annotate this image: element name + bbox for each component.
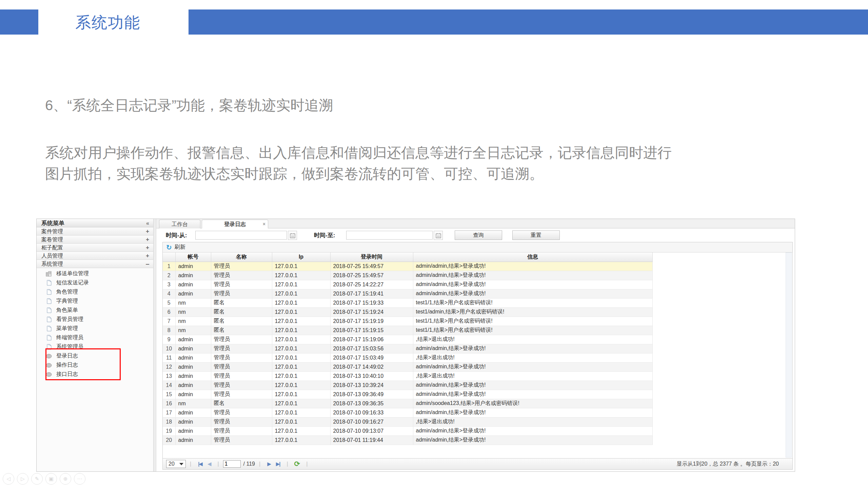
- sidebar-item-2[interactable]: 短信发送记录: [37, 278, 153, 287]
- sidebar-item-10[interactable]: 登录日志: [37, 351, 153, 361]
- table-row[interactable]: 3admin管理员127.0.0.12018-07-25 14:22:27adm…: [163, 280, 652, 289]
- pen-icon[interactable]: ✎: [31, 473, 43, 485]
- tab-login-log[interactable]: 登录日志 ×: [202, 220, 268, 229]
- pager-separator: |: [259, 461, 260, 467]
- col-name[interactable]: 名称: [211, 252, 272, 262]
- tab-workbench[interactable]: 工作台: [159, 220, 200, 228]
- page-size-dropdown[interactable]: 20: [166, 460, 186, 468]
- cell-ip: 127.0.0.1: [272, 371, 330, 381]
- cell-ip: 127.0.0.1: [272, 435, 330, 445]
- query-button[interactable]: 查询: [455, 230, 502, 240]
- reload-grid-icon[interactable]: ⟳: [294, 460, 300, 468]
- cell-info: ,结果>退出成功!: [413, 371, 652, 381]
- sidebar-item-5[interactable]: 角色菜单: [37, 306, 153, 315]
- sidebar-item-label: 移送单位管理: [56, 270, 89, 277]
- table-row[interactable]: 15admin管理员127.0.0.12018-07-13 09:36:49ad…: [163, 390, 652, 399]
- table-row[interactable]: 6nm匿名127.0.0.12018-07-17 15:19:24test1/a…: [163, 307, 652, 317]
- close-tab-icon[interactable]: ×: [263, 220, 265, 228]
- previous-icon[interactable]: ◁: [3, 473, 14, 485]
- collapse-sidebar-icon[interactable]: «: [146, 219, 149, 227]
- page-size-value: 20: [169, 461, 175, 467]
- sidebar-item-12[interactable]: 接口日志: [37, 370, 153, 379]
- time-from-input[interactable]: [195, 231, 287, 240]
- first-page-button[interactable]: |◀: [198, 461, 202, 467]
- table-row[interactable]: 9admin管理员127.0.0.12018-07-17 15:19:06,结果…: [163, 335, 652, 344]
- cell-name: 管理员: [211, 280, 272, 289]
- table-row[interactable]: 18admin管理员127.0.0.12018-07-10 09:16:27,结…: [163, 417, 652, 426]
- cell-time: 2018-07-17 14:49:02: [330, 362, 413, 371]
- sidebar-item-11[interactable]: 操作日志: [37, 361, 153, 370]
- more-icon[interactable]: ⋯: [74, 473, 85, 485]
- time-to-input[interactable]: [346, 231, 433, 240]
- refresh-button[interactable]: 刷新: [175, 244, 185, 251]
- sidebar-title: 系统菜单: [41, 219, 64, 227]
- cell-info: ,结果>退出成功!: [413, 417, 652, 426]
- table-row[interactable]: 14admin管理员127.0.0.12018-07-13 10:39:24ad…: [163, 381, 652, 390]
- vertical-scrollbar[interactable]: [786, 252, 792, 458]
- expand-collapse-icon[interactable]: —: [146, 260, 149, 268]
- last-page-button[interactable]: ▶|: [276, 461, 280, 467]
- table-row[interactable]: 17admin管理员127.0.0.12018-07-10 09:16:33ad…: [163, 408, 652, 417]
- expand-collapse-icon[interactable]: +: [146, 227, 149, 236]
- expand-collapse-icon[interactable]: +: [146, 236, 149, 244]
- cell-ip: 127.0.0.1: [272, 417, 330, 426]
- sidebar-item-3[interactable]: 角色管理: [37, 287, 153, 297]
- reset-button[interactable]: 重置: [512, 230, 560, 240]
- sidebar-item-7[interactable]: 菜单管理: [37, 324, 153, 333]
- sidebar-item-4[interactable]: 字典管理: [37, 297, 153, 306]
- cell-num: 17: [163, 408, 175, 417]
- page-number-input[interactable]: [223, 460, 241, 468]
- prev-page-button[interactable]: ◀: [208, 461, 211, 467]
- col-account[interactable]: 帐号: [175, 252, 211, 262]
- col-ip[interactable]: Ip: [272, 252, 330, 262]
- sidebar-item-6[interactable]: 看管员管理: [37, 315, 153, 324]
- table-row[interactable]: 8nm匿名127.0.0.12018-07-17 15:19:15test1/1…: [163, 326, 652, 335]
- table-row[interactable]: 13admin管理员127.0.0.12018-07-13 10:40:10,结…: [163, 371, 652, 381]
- table-row[interactable]: 5nm匿名127.0.0.12018-07-17 15:19:33test1/1…: [163, 298, 652, 307]
- cell-info: admin/admin,结果>登录成功!: [413, 262, 652, 271]
- next-icon[interactable]: ▷: [17, 473, 28, 485]
- table-row[interactable]: 10admin管理员127.0.0.12018-07-17 15:03:56ad…: [163, 344, 652, 353]
- sidebar-group-3[interactable]: 柜子配置+: [37, 244, 153, 252]
- refresh-icon[interactable]: ↻: [166, 243, 172, 251]
- sidebar-splitter[interactable]: [154, 219, 156, 471]
- zoom-icon[interactable]: ⊕: [60, 473, 71, 485]
- table-row[interactable]: 20admin管理员127.0.0.12018-07-01 11:19:44ad…: [163, 435, 652, 445]
- calendar-from-icon[interactable]: [288, 231, 297, 240]
- table-row[interactable]: 1admin管理员127.0.0.12018-07-25 15:49:57adm…: [163, 262, 652, 271]
- col-login-time[interactable]: 登录时间: [330, 252, 413, 262]
- table-row[interactable]: 2admin管理员127.0.0.12018-07-25 15:49:57adm…: [163, 271, 652, 280]
- sidebar-group-2[interactable]: 案卷管理+: [37, 236, 153, 244]
- cell-ip: 127.0.0.1: [272, 307, 330, 317]
- expand-collapse-icon[interactable]: +: [146, 252, 149, 260]
- sidebar-group-1[interactable]: 案件管理+: [37, 227, 153, 236]
- next-page-button[interactable]: ▶: [267, 461, 271, 467]
- sidebar-item-1[interactable]: 移送单位管理: [37, 269, 153, 278]
- chevron-down-icon: [179, 463, 183, 465]
- sidebar-item-8[interactable]: 终端管理员: [37, 333, 153, 342]
- cell-info: admin/admin,结果>登录成功!: [413, 280, 652, 289]
- table-row[interactable]: 12admin管理员127.0.0.12018-07-17 14:49:02ad…: [163, 362, 652, 371]
- cell-ip: 127.0.0.1: [272, 344, 330, 353]
- cell-info: admin/admin,结果>登录成功!: [413, 344, 652, 353]
- sidebar-group-5[interactable]: 系统管理—: [37, 260, 153, 268]
- cell-num: 9: [163, 335, 175, 344]
- table-row[interactable]: 4admin管理员127.0.0.12018-07-17 15:19:41adm…: [163, 289, 652, 298]
- cell-name: 匿名: [211, 298, 272, 307]
- slides-icon[interactable]: ▣: [45, 473, 57, 485]
- table-row[interactable]: 7nm匿名127.0.0.12018-07-17 15:19:19test1/1…: [163, 317, 652, 326]
- cell-ip: 127.0.0.1: [272, 408, 330, 417]
- cell-name: 匿名: [211, 399, 272, 408]
- sidebar-group-4[interactable]: 人员管理+: [37, 252, 153, 260]
- cell-time: 2018-07-17 15:19:15: [330, 326, 413, 335]
- expand-collapse-icon[interactable]: +: [146, 244, 149, 252]
- table-row[interactable]: 16nm匿名127.0.0.12018-07-13 09:36:35admin/…: [163, 399, 652, 408]
- calendar-to-icon[interactable]: [434, 231, 443, 240]
- col-info[interactable]: 信息: [413, 252, 652, 262]
- cell-num: 3: [163, 280, 175, 289]
- cell-info: test1/1,结果>用户名或密码错误!: [413, 326, 652, 335]
- table-row[interactable]: 11admin管理员127.0.0.12018-07-17 15:03:49,结…: [163, 353, 652, 362]
- sidebar-item-9[interactable]: 系统管理员: [37, 342, 153, 351]
- table-row[interactable]: 19admin管理员127.0.0.12018-07-10 09:13:07ad…: [163, 426, 652, 435]
- cell-acct: admin: [175, 381, 211, 390]
